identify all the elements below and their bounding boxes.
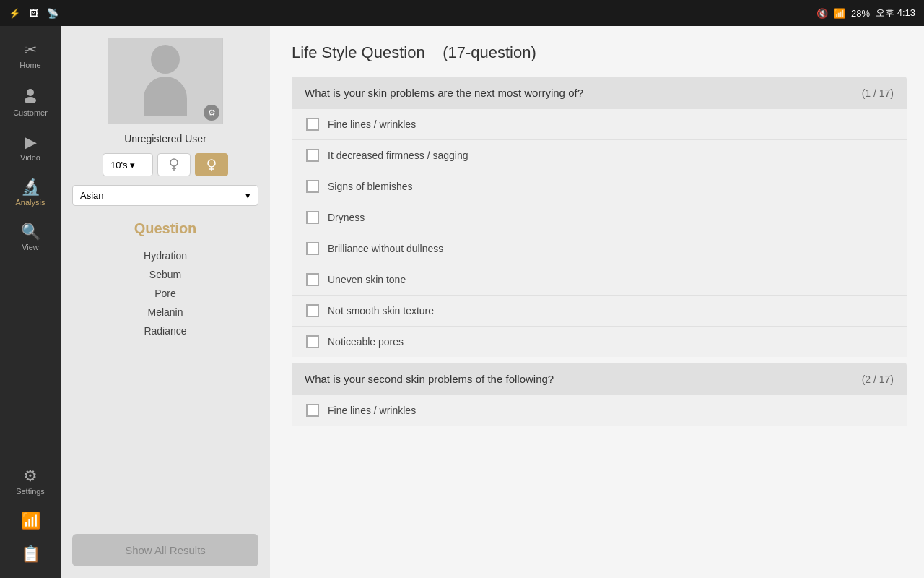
home-icon: ✂ <box>24 42 37 58</box>
checkbox-brilliance[interactable] <box>306 242 319 255</box>
avatar-head <box>151 45 180 74</box>
sidebar-nav: ✂ Home Customer ▶ Video 🔬 Analysis 🔍 Vie… <box>0 26 61 578</box>
option-label-fine-lines: Fine lines / wrinkles <box>328 118 416 130</box>
q-item-pore[interactable]: Pore <box>72 285 258 302</box>
sidebar-item-video[interactable]: ▶ Video <box>0 126 61 171</box>
sidebar-item-view[interactable]: 🔍 View <box>0 215 61 260</box>
ethnicity-chevron-icon: ▾ <box>245 190 250 201</box>
customer-icon <box>22 87 38 105</box>
view-icon: 🔍 <box>21 224 40 240</box>
q-item-sebum[interactable]: Sebum <box>72 266 258 283</box>
question-text-1: What is your skin problems are the next … <box>305 87 583 99</box>
sidebar-label-video: Video <box>20 153 40 162</box>
question-count-badge: (17-question) <box>443 43 536 61</box>
checkbox-blemishes[interactable] <box>306 180 319 193</box>
checkbox-firmness[interactable] <box>306 149 319 162</box>
q-item-hydration[interactable]: Hydration <box>72 247 258 264</box>
age-dropdown[interactable]: 10's ▾ <box>103 153 153 176</box>
option-item[interactable]: Dryness <box>292 202 907 233</box>
mute-icon: 🔇 <box>816 8 828 19</box>
sidebar-item-home[interactable]: ✂ Home <box>0 33 61 78</box>
page-title: Life Style Question (17-question) <box>292 43 907 62</box>
status-left-icons: ⚡ 🖼 📡 <box>9 8 58 19</box>
avatar-container: ⚙ <box>108 38 223 124</box>
avatar-body <box>144 77 187 116</box>
clipboard-icon: 📋 <box>21 546 40 562</box>
q-item-radiance[interactable]: Radiance <box>72 322 258 340</box>
option-label-noticeable-pores: Noticeable pores <box>328 336 404 348</box>
option-label-dryness: Dryness <box>328 212 365 223</box>
controls-row: 10's ▾ <box>72 153 258 176</box>
question-header-2: What is your second skin problems of the… <box>292 363 907 395</box>
option-item[interactable]: Brilliance without dullness <box>292 233 907 264</box>
question-number-1: (1 / 17) <box>862 87 894 99</box>
show-all-results-button[interactable]: Show All Results <box>72 534 258 566</box>
sidebar-label-analysis: Analysis <box>16 198 45 207</box>
sidebar-item-settings[interactable]: ⚙ Settings <box>0 460 61 504</box>
checkbox-skin-texture[interactable] <box>306 304 319 317</box>
question-header-1: What is your skin problems are the next … <box>292 77 907 109</box>
analysis-icon: 🔬 <box>21 179 40 195</box>
option-item[interactable]: Noticeable pores <box>292 327 907 357</box>
wifi-icon: 📶 <box>834 8 845 19</box>
q-item-melanin[interactable]: Melanin <box>72 303 258 321</box>
option-item[interactable]: Fine lines / wrinkles <box>292 109 907 140</box>
option-label-uneven-tone: Uneven skin tone <box>328 274 406 285</box>
question-section-title: Question <box>72 220 258 237</box>
gear-badge[interactable]: ⚙ <box>204 105 219 121</box>
option-item[interactable]: Not smooth skin texture <box>292 296 907 327</box>
sidebar-item-analysis[interactable]: 🔬 Analysis <box>0 171 61 215</box>
option-item[interactable]: Fine lines / wrinkles <box>292 395 907 426</box>
status-right: 🔇 📶 28% 오후 4:13 <box>816 7 915 20</box>
option-label-fine-lines-2: Fine lines / wrinkles <box>328 405 416 416</box>
avatar-figure <box>136 45 194 117</box>
sidebar-label-view: View <box>22 243 39 251</box>
checkbox-noticeable-pores[interactable] <box>306 335 319 348</box>
usb-icon: ⚡ <box>9 8 20 19</box>
options-list-1: Fine lines / wrinkles It decreased firmn… <box>292 109 907 357</box>
sidebar-item-clipboard[interactable]: 📋 <box>0 538 61 571</box>
options-list-2: Fine lines / wrinkles <box>292 395 907 426</box>
sidebar-item-wifi[interactable]: 📶 <box>0 504 61 538</box>
gender-female-btn[interactable] <box>195 153 228 176</box>
option-item[interactable]: It decreased firmness / sagging <box>292 140 907 171</box>
option-item[interactable]: Uneven skin tone <box>292 264 907 296</box>
ethnicity-dropdown[interactable]: Asian ▾ <box>72 185 258 206</box>
sidebar-item-customer[interactable]: Customer <box>0 78 61 126</box>
question-text-2: What is your second skin problems of the… <box>305 373 554 385</box>
svg-point-0 <box>27 89 34 96</box>
checkbox-dryness[interactable] <box>306 211 319 224</box>
settings-icon: ⚙ <box>23 468 38 484</box>
content-area: Life Style Question (17-question) What i… <box>270 26 924 578</box>
age-value: 10's <box>110 160 127 171</box>
cast-icon: 📡 <box>47 8 58 19</box>
time-display: 오후 4:13 <box>876 7 915 20</box>
question-card-2: What is your second skin problems of the… <box>292 363 907 426</box>
svg-point-5 <box>208 160 215 167</box>
checkbox-fine-lines[interactable] <box>306 118 319 131</box>
question-section: Question Hydration Sebum Pore Melanin Ra… <box>72 220 258 340</box>
svg-point-1 <box>25 97 36 103</box>
left-panel: ⚙ Unregistered User 10's ▾ <box>61 26 270 578</box>
wifi-nav-icon: 📶 <box>21 513 40 529</box>
video-icon: ▶ <box>25 134 37 150</box>
option-label-firmness: It decreased firmness / sagging <box>328 150 468 161</box>
user-name-label: Unregistered User <box>124 133 206 144</box>
battery-level: 28% <box>851 8 870 19</box>
status-bar: ⚡ 🖼 📡 🔇 📶 28% 오후 4:13 <box>0 0 924 26</box>
question-card-1: What is your skin problems are the next … <box>292 77 907 357</box>
option-item[interactable]: Signs of blemishes <box>292 171 907 202</box>
gender-male-btn[interactable] <box>157 153 191 176</box>
ethnicity-value: Asian <box>80 190 104 201</box>
checkbox-fine-lines-2[interactable] <box>306 404 319 417</box>
image-icon: 🖼 <box>29 8 38 19</box>
option-label-blemishes: Signs of blemishes <box>328 181 413 192</box>
sidebar-label-settings: Settings <box>16 487 45 496</box>
checkbox-uneven-tone[interactable] <box>306 273 319 286</box>
svg-point-2 <box>170 159 178 166</box>
age-chevron-icon: ▾ <box>130 160 135 171</box>
question-items-list: Hydration Sebum Pore Melanin Radiance <box>72 247 258 340</box>
sidebar-label-customer: Customer <box>13 108 48 117</box>
option-label-brilliance: Brilliance without dullness <box>328 243 443 254</box>
sidebar-label-home: Home <box>19 61 40 69</box>
